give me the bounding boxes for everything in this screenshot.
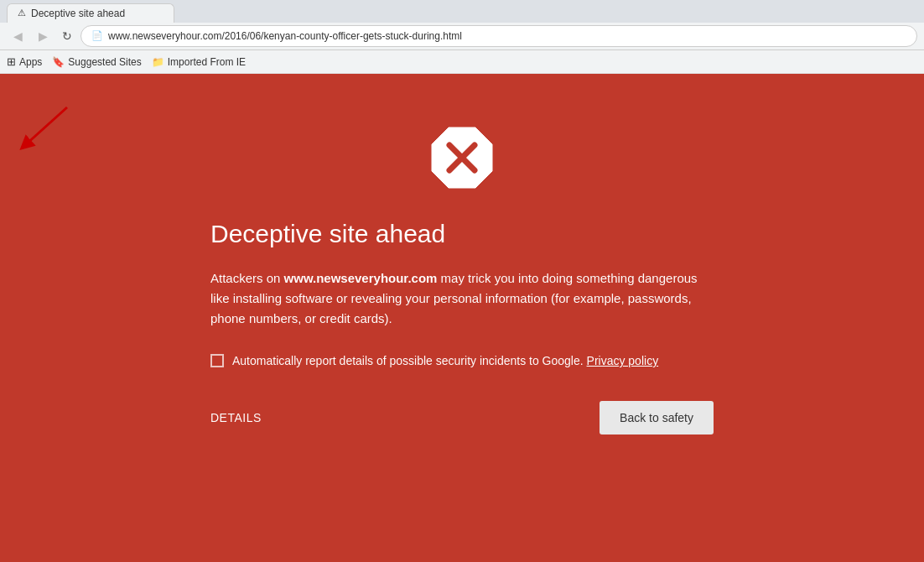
tab-title: Deceptive site ahead [31, 8, 125, 19]
details-button[interactable]: DETAILS [210, 411, 262, 424]
suggested-sites-label: Suggested Sites [68, 56, 141, 68]
apps-label: Apps [19, 56, 42, 68]
warning-body: Attackers on www.newseveryhour.com may t… [210, 268, 714, 329]
warning-body-prefix: Attackers on [210, 271, 284, 285]
active-tab[interactable]: ⚠ Deceptive site ahead [7, 3, 174, 23]
warning-icon [428, 124, 496, 220]
apps-bookmark[interactable]: ⊞ Apps [7, 55, 42, 68]
address-bar[interactable]: 📄 www.newseveryhour.com/2016/06/kenyan-c… [80, 25, 917, 47]
refresh-button[interactable]: ↻ [57, 26, 77, 46]
tab-bar: ⚠ Deceptive site ahead [0, 0, 924, 23]
toolbar: ◀ ▶ ↻ 📄 www.newseveryhour.com/2016/06/ke… [0, 23, 924, 49]
page-url-icon: 📄 [91, 30, 103, 41]
imported-from-bookmark[interactable]: 📁 Imported From IE [152, 56, 246, 68]
warning-site-name: www.newseveryhour.com [284, 271, 438, 285]
warning-title: Deceptive site ahead [210, 220, 714, 248]
checkbox-row: Automatically report details of possible… [210, 354, 714, 367]
imported-from-label: Imported From IE [168, 56, 246, 68]
address-text: www.newseveryhour.com/2016/06/kenyan-cou… [108, 30, 462, 42]
folder-icon: 📁 [152, 56, 164, 68]
warning-page: Deceptive site ahead Attackers on www.ne… [0, 74, 924, 562]
tab-page-icon: ⚠ [18, 8, 26, 18]
back-to-safety-button[interactable]: Back to safety [600, 401, 714, 435]
suggested-sites-icon: 🔖 [52, 56, 65, 68]
apps-grid-icon: ⊞ [7, 55, 16, 68]
bookmarks-bar: ⊞ Apps 🔖 Suggested Sites 📁 Imported From… [0, 50, 924, 74]
url-text: www.newseveryhour.com/2016/06/kenyan-cou… [108, 30, 462, 42]
forward-button[interactable]: ▶ [32, 25, 54, 47]
suggested-sites-bookmark[interactable]: 🔖 Suggested Sites [52, 56, 141, 68]
action-row: DETAILS Back to safety [210, 401, 714, 435]
checkbox-label-text: Automatically report details of possible… [232, 354, 584, 367]
checkbox-label: Automatically report details of possible… [232, 354, 658, 367]
report-checkbox[interactable] [210, 354, 224, 367]
back-button[interactable]: ◀ [7, 25, 29, 47]
privacy-policy-link[interactable]: Privacy policy [587, 354, 659, 367]
